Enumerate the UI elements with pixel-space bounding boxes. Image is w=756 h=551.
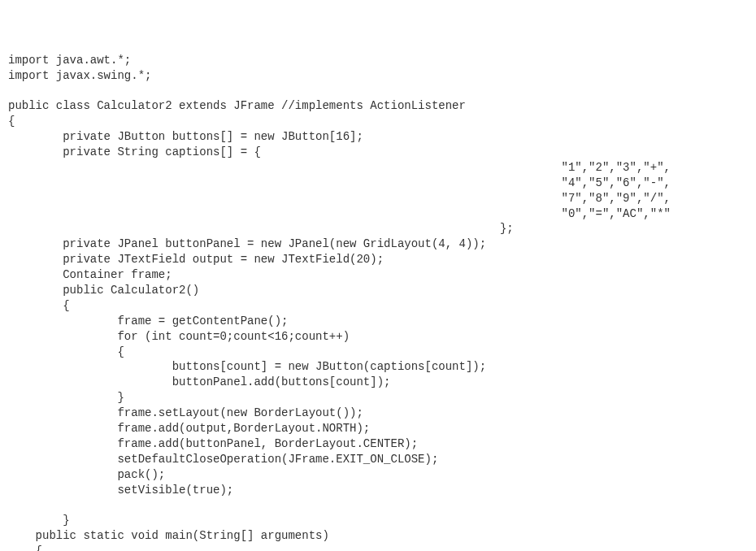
code-listing: import java.awt.*; import javax.swing.*;… [8, 53, 748, 551]
